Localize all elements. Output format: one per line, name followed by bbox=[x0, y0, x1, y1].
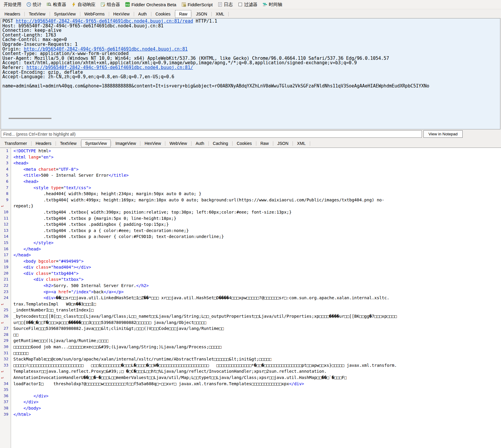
line-number: 17 bbox=[0, 252, 11, 258]
request-raw-panel[interactable]: POST http://b956540f-2842-494c-9f65-de61… bbox=[1, 18, 500, 129]
toolbar-item-inspectors[interactable]: 检查器 bbox=[44, 1, 69, 8]
line-number: 26 bbox=[0, 313, 11, 319]
request-tab-auth[interactable]: Auth bbox=[134, 10, 151, 18]
response-tab-hexview[interactable]: HexView bbox=[141, 140, 165, 147]
find-input[interactable] bbox=[1, 130, 422, 138]
line-number: 36 bbox=[0, 393, 11, 399]
code-line: 32StackMapTable□□@com/sun/org/apache/xal… bbox=[0, 356, 501, 362]
raw-request-line: Referer: http://b956540f-2842-494c-9f65-… bbox=[2, 65, 499, 70]
line-number: 20 bbox=[0, 270, 11, 277]
request-tab-hexview[interactable]: HexView bbox=[109, 10, 134, 18]
response-syntax-view[interactable]: 1<!DOCTYPE html>2<html lang="en">3<head>… bbox=[0, 148, 501, 448]
toolbar-item-composer[interactable]: 组合器 bbox=[98, 1, 122, 8]
tab-separator bbox=[191, 141, 191, 146]
line-number: 8 bbox=[0, 191, 11, 197]
code-line: 33□□□□□!□□□□□□□□□□□□□□□□□□□□□□ □□□$□□□□□… bbox=[0, 362, 501, 369]
toolbar-item-label: 开始使用 bbox=[4, 2, 21, 7]
raw-request-line: name=admin&mail=admin%40qq.com&phone=188… bbox=[2, 84, 499, 89]
code-text: _bytecodest□□[[B[□□_classt□□[Ljava/lang/… bbox=[11, 313, 397, 319]
code-line: 22 <h2>Sorry. 500 Internal Server Error.… bbox=[0, 283, 501, 289]
line-number: 28 bbox=[0, 332, 11, 338]
request-tab-raw[interactable]: Raw bbox=[175, 10, 191, 18]
response-tab-headers[interactable]: Headers bbox=[32, 140, 55, 147]
wrap-marker-icon: ↵ bbox=[0, 203, 11, 209]
code-text: <body bgcolor="#494949"> bbox=[11, 258, 84, 264]
line-number: 34 bbox=[0, 381, 11, 387]
horizontal-scrollbar-thumb[interactable] bbox=[9, 118, 51, 119]
code-text: .txtbg404 .txtbox{ width:390px; position… bbox=[11, 209, 292, 215]
toolbar-item-label: 自动响应 bbox=[78, 2, 95, 7]
code-text: □□□□□□□Good job man...□□□□□□exec□□&#39;(… bbox=[11, 344, 222, 350]
view-in-notepad-button[interactable]: View in Notepad bbox=[423, 130, 463, 138]
wrap-marker-icon: ↵ bbox=[0, 375, 11, 381]
code-line: 37 </div> bbox=[0, 399, 501, 405]
line-number: 38 bbox=[0, 405, 11, 411]
line-number: 31 bbox=[0, 350, 11, 356]
code-text: getRuntime□□□()Ljava/lang/Runtime;□□□□ bbox=[11, 338, 109, 344]
code-line: 8 .head404{ width:580px; height:234px; m… bbox=[0, 191, 501, 197]
response-tab-transformer[interactable]: Transformer bbox=[1, 140, 31, 147]
response-tab-textview[interactable]: TextView bbox=[56, 140, 81, 147]
request-tab-cookies[interactable]: Cookies bbox=[152, 10, 175, 18]
tab-separator bbox=[208, 141, 209, 146]
code-line: 38 </body> bbox=[0, 405, 501, 411]
code-line: 11 .txtbg404 .txtbox p {margin:5px 0; li… bbox=[0, 215, 501, 222]
code-text: repeat;} bbox=[11, 203, 33, 209]
response-tabstrip: TransformerHeadersTextViewSyntaxViewImag… bbox=[0, 139, 501, 148]
request-url-link[interactable]: http://b956540f-2842-494c-9f65-de61f4691… bbox=[26, 65, 193, 70]
response-tab-auth[interactable]: Auth bbox=[192, 140, 208, 147]
response-tab-raw[interactable]: Raw bbox=[257, 140, 273, 147]
code-line: 9 .txtbg404{ width:499px; height:169px; … bbox=[0, 197, 501, 203]
request-url-link[interactable]: http://b956540f-2842-494c-9f65-de61f4691… bbox=[24, 47, 188, 52]
code-line: 5 <title>500 - Internal Server Error</ti… bbox=[0, 172, 501, 178]
toolbar-item-autoresponder[interactable]: 自动响应 bbox=[69, 1, 98, 8]
request-tab-xml[interactable]: XML bbox=[212, 10, 228, 18]
response-tab-syntaxview[interactable]: SyntaxView bbox=[81, 140, 111, 147]
tab-separator bbox=[273, 141, 273, 146]
composer-icon bbox=[100, 2, 105, 7]
code-line: ↵ur□□[B��□�□□T�□□□xp□□□�����□□□3□□□□5396… bbox=[0, 319, 501, 326]
code-line: 3<head> bbox=[0, 160, 501, 166]
raw-request-line: POST http://b956540f-2842-494c-9f65-de61… bbox=[2, 19, 499, 24]
code-text: AnnotationInvocationHandlerU��□□�~�□□□L□… bbox=[11, 375, 347, 381]
code-line: 14 .txtbg404 .txtbox p a:hover { color:#… bbox=[0, 234, 501, 240]
code-text: _indentNumberI□□_transletIndex[□ bbox=[11, 307, 94, 313]
request-tab-textview[interactable]: TextView bbox=[25, 10, 49, 18]
request-tab-syntaxview[interactable]: SyntaxView bbox=[50, 10, 80, 18]
toolbar-item-log[interactable]: 日志 bbox=[215, 1, 235, 8]
raw-request-line: Cache-Control: max-age=0 bbox=[2, 37, 499, 42]
response-tab-json[interactable]: JSON bbox=[274, 140, 292, 147]
code-text: Templatesxr□□java.lang.reflect.Proxy□&#3… bbox=[11, 368, 327, 375]
toolbar-item-filters[interactable]: 过滤器 bbox=[235, 1, 260, 8]
code-text: <div class="txtbox"> bbox=[11, 276, 84, 283]
main-toolbar: 开始使用统计检查器自动响应组合器FOFiddler Orchestra Beta… bbox=[0, 0, 501, 9]
svg-text:FO: FO bbox=[126, 3, 130, 6]
toolbar-item-statistics[interactable]: 统计 bbox=[24, 1, 44, 8]
response-tab-xml[interactable]: XML bbox=[293, 140, 310, 147]
toolbar-item-fiddler-orchestra[interactable]: FOFiddler Orchestra Beta bbox=[123, 1, 179, 8]
line-number: 32 bbox=[0, 356, 11, 362]
tab-separator bbox=[211, 12, 212, 16]
toolbar-item-get-started[interactable]: 开始使用 bbox=[1, 1, 24, 8]
response-tab-imageview[interactable]: ImageView bbox=[111, 140, 140, 147]
response-tab-caching[interactable]: Caching bbox=[209, 140, 232, 147]
code-line: 21 <div class="txtbox"> bbox=[0, 276, 501, 283]
toolbar-item-label: 日志 bbox=[224, 2, 233, 7]
request-url-link[interactable]: http://b956540f-2842-494c-9f65-de61f4691… bbox=[16, 19, 193, 24]
code-line: 30□□□□□□□Good job man...□□□□□□exec□□&#39… bbox=[0, 344, 501, 350]
code-line: ↵repeat;} bbox=[0, 203, 501, 209]
request-tab-json[interactable]: JSON bbox=[192, 10, 211, 18]
response-tab-webview[interactable]: WebView bbox=[166, 140, 191, 147]
code-text: SourceFile□□□53968780980882.java□□□&lt;c… bbox=[11, 325, 224, 332]
tab-separator bbox=[228, 12, 229, 16]
raw-request-line: User-Agent: Mozilla/5.0 (Windows NT 10.0… bbox=[2, 56, 499, 61]
raw-request-line: Accept-Encoding: gzip, deflate bbox=[2, 70, 499, 75]
response-tab-cookies[interactable]: Cookies bbox=[233, 140, 256, 147]
request-tab-webforms[interactable]: WebForms bbox=[81, 10, 109, 18]
tab-separator bbox=[310, 141, 310, 146]
code-text: .txtbg404 .txtbox p {margin:5px 0; line-… bbox=[11, 215, 176, 222]
request-tab-headers[interactable]: Headers bbox=[1, 10, 24, 18]
toolbar-item-timeline[interactable]: 时间轴 bbox=[260, 1, 285, 8]
stats-icon bbox=[26, 2, 31, 7]
toolbar-item-fiddlerscript[interactable]: JSFiddlerScript bbox=[179, 1, 215, 8]
